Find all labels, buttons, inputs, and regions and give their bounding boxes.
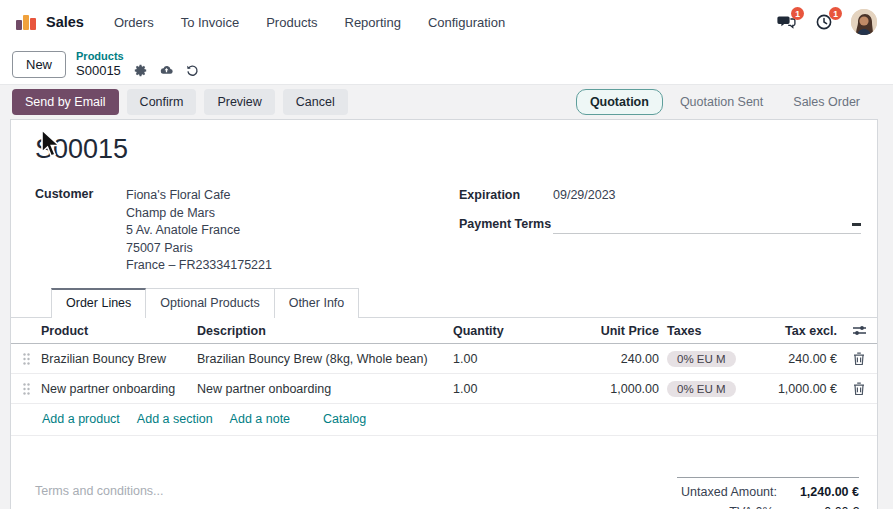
cell-product[interactable]: Brazilian Bouncy Brew: [41, 352, 197, 366]
breadcrumb-bar: New Products S00015: [0, 44, 893, 84]
cancel-button[interactable]: Cancel: [283, 89, 348, 115]
tab-order-lines[interactable]: Order Lines: [51, 288, 146, 318]
new-button[interactable]: New: [12, 51, 66, 78]
discard-undo-icon[interactable]: [186, 64, 199, 77]
customer-address-line: 75007 Paris: [126, 240, 272, 258]
cell-quantity[interactable]: 1.00: [435, 382, 547, 396]
mouse-cursor-icon: [38, 129, 64, 159]
tax-amount-label: TVA 0%:: [729, 505, 777, 509]
col-product: Product: [41, 324, 197, 338]
gear-icon[interactable]: [134, 64, 147, 77]
cell-subtotal: 240.00 €: [763, 352, 841, 366]
col-unit-price: Unit Price: [547, 324, 659, 338]
menu-products[interactable]: Products: [266, 15, 317, 30]
untaxed-amount-label: Untaxed Amount:: [681, 485, 777, 499]
customer-address-line: 5 Av. Anatole France: [126, 222, 272, 240]
totals-separator: [677, 477, 859, 478]
odoo-logo-icon: [16, 14, 36, 30]
customer-field: Fiona's Floral Cafe Champ de Mars 5 Av. …: [126, 187, 272, 275]
add-a-product-link[interactable]: Add a product: [42, 412, 120, 426]
preview-button[interactable]: Preview: [204, 89, 274, 115]
status-quotation[interactable]: Quotation: [576, 89, 663, 115]
menu-orders[interactable]: Orders: [114, 15, 154, 30]
cell-unit-price[interactable]: 240.00: [547, 352, 659, 366]
terms-placeholder[interactable]: Terms and conditions...: [35, 484, 164, 498]
column-options-icon[interactable]: [841, 324, 877, 337]
breadcrumb-current: S00015: [76, 63, 121, 79]
cell-subtotal: 1,000.00 €: [763, 382, 841, 396]
cell-description[interactable]: New partner onboarding: [197, 382, 435, 396]
activities-badge: 1: [829, 7, 842, 20]
customer-name[interactable]: Fiona's Floral Cafe: [126, 187, 272, 205]
form-sheet: S00015 Customer Fiona's Floral Cafe Cham…: [10, 119, 878, 509]
cell-description[interactable]: Brazilian Bouncy Brew (8kg, Whole bean): [197, 352, 435, 366]
user-avatar[interactable]: [851, 9, 877, 35]
tax-amount-value: 0.00 €: [787, 505, 859, 509]
breadcrumb: Products S00015: [76, 50, 199, 79]
delete-row-icon[interactable]: [841, 382, 877, 396]
totals-block: Untaxed Amount: 1,240.00 € TVA 0%: 0.00 …: [677, 477, 859, 509]
table-header-row: Product Description Quantity Unit Price …: [11, 318, 877, 344]
col-subtotal: Tax excl.: [763, 324, 841, 338]
control-band: Send by Email Confirm Preview Cancel Quo…: [0, 84, 893, 119]
tab-other-info[interactable]: Other Info: [275, 288, 360, 318]
menu-reporting[interactable]: Reporting: [345, 15, 401, 30]
status-bar: Quotation Quotation Sent Sales Order: [576, 89, 893, 115]
breadcrumb-parent[interactable]: Products: [76, 50, 199, 63]
add-a-section-link[interactable]: Add a section: [137, 412, 213, 426]
top-nav: Sales Orders To Invoice Products Reporti…: [0, 0, 893, 44]
col-description: Description: [197, 324, 435, 338]
drag-handle-icon[interactable]: [11, 353, 41, 365]
col-quantity: Quantity: [435, 324, 547, 338]
messages-icon[interactable]: 1: [775, 11, 797, 33]
send-by-email-button[interactable]: Send by Email: [12, 89, 119, 115]
table-footer-links: Add a product Add a section Add a note C…: [11, 404, 877, 436]
delete-row-icon[interactable]: [841, 352, 877, 366]
activities-icon[interactable]: 1: [813, 11, 835, 33]
messages-badge: 1: [791, 7, 804, 20]
customer-label: Customer: [35, 187, 93, 201]
cell-product[interactable]: New partner onboarding: [41, 382, 197, 396]
confirm-button[interactable]: Confirm: [127, 89, 197, 115]
notebook-tabs: Order Lines Optional Products Other Info: [11, 288, 877, 318]
nav-right: 1 1: [775, 9, 877, 35]
tab-optional-products[interactable]: Optional Products: [146, 288, 274, 318]
nav-menus: Orders To Invoice Products Reporting Con…: [114, 15, 505, 30]
status-quotation-sent[interactable]: Quotation Sent: [667, 90, 776, 114]
cell-quantity[interactable]: 1.00: [435, 352, 547, 366]
drag-handle-icon[interactable]: [11, 383, 41, 395]
app-name[interactable]: Sales: [46, 14, 84, 30]
status-sales-order[interactable]: Sales Order: [780, 90, 873, 114]
tax-amount-row: TVA 0%: 0.00 €: [677, 505, 859, 509]
add-a-note-link[interactable]: Add a note: [230, 412, 290, 426]
cloud-save-icon[interactable]: [160, 64, 173, 77]
catalog-link[interactable]: Catalog: [323, 412, 366, 426]
col-taxes: Taxes: [659, 324, 763, 338]
customer-address-line: France – FR23334175221: [126, 257, 272, 275]
cell-unit-price[interactable]: 1,000.00: [547, 382, 659, 396]
expiration-label: Expiration: [459, 188, 520, 202]
tax-pill[interactable]: 0% EU M: [667, 381, 736, 397]
payment-terms-label: Payment Terms: [459, 217, 551, 231]
customer-address-line: Champ de Mars: [126, 205, 272, 223]
untaxed-amount-row: Untaxed Amount: 1,240.00 €: [677, 485, 859, 499]
order-line-row: Brazilian Bouncy Brew Brazilian Bouncy B…: [11, 344, 877, 374]
menu-to-invoice[interactable]: To Invoice: [181, 15, 240, 30]
payment-terms-dash-icon: [852, 223, 861, 226]
expiration-value[interactable]: 09/29/2023: [553, 188, 616, 202]
order-line-row: New partner onboarding New partner onboa…: [11, 374, 877, 404]
order-lines-table: Product Description Quantity Unit Price …: [11, 318, 877, 436]
payment-terms-field[interactable]: [553, 214, 861, 234]
untaxed-amount-value: 1,240.00 €: [787, 485, 859, 499]
menu-configuration[interactable]: Configuration: [428, 15, 505, 30]
tax-pill[interactable]: 0% EU M: [667, 351, 736, 367]
